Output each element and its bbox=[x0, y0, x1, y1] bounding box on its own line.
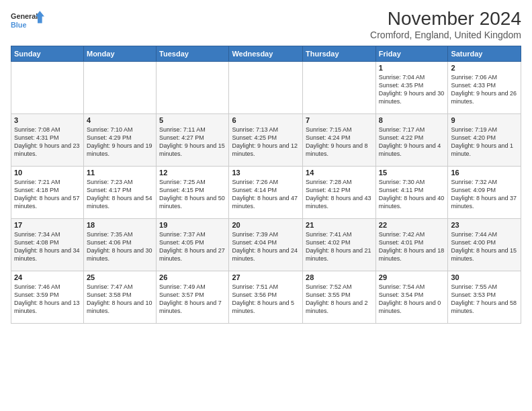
calendar-cell: 25Sunrise: 7:47 AM Sunset: 3:58 PM Dayli… bbox=[83, 271, 156, 324]
calendar-cell: 10Sunrise: 7:21 AM Sunset: 4:18 PM Dayli… bbox=[11, 167, 84, 219]
day-number: 1 bbox=[379, 64, 445, 72]
day-of-week-header: Thursday bbox=[303, 46, 376, 62]
day-info: Sunrise: 7:44 AM Sunset: 4:00 PM Dayligh… bbox=[451, 230, 518, 263]
day-info: Sunrise: 7:35 AM Sunset: 4:06 PM Dayligh… bbox=[87, 230, 153, 263]
day-info: Sunrise: 7:49 AM Sunset: 3:57 PM Dayligh… bbox=[159, 283, 226, 316]
calendar-cell: 17Sunrise: 7:34 AM Sunset: 4:08 PM Dayli… bbox=[11, 219, 84, 271]
calendar-cell: 1Sunrise: 7:04 AM Sunset: 4:35 PM Daylig… bbox=[375, 62, 448, 114]
calendar-cell: 14Sunrise: 7:28 AM Sunset: 4:12 PM Dayli… bbox=[303, 167, 376, 219]
day-number: 28 bbox=[306, 273, 373, 281]
day-number: 4 bbox=[87, 116, 153, 124]
day-info: Sunrise: 7:34 AM Sunset: 4:08 PM Dayligh… bbox=[14, 230, 81, 263]
calendar-cell bbox=[83, 62, 156, 114]
day-info: Sunrise: 7:13 AM Sunset: 4:25 PM Dayligh… bbox=[232, 126, 300, 158]
day-number: 22 bbox=[379, 221, 445, 229]
day-number: 10 bbox=[14, 169, 81, 177]
day-number: 5 bbox=[159, 116, 226, 124]
day-number: 17 bbox=[14, 221, 81, 229]
day-info: Sunrise: 7:51 AM Sunset: 3:56 PM Dayligh… bbox=[232, 283, 300, 316]
day-number: 26 bbox=[159, 273, 226, 281]
day-info: Sunrise: 7:47 AM Sunset: 3:58 PM Dayligh… bbox=[87, 283, 153, 316]
day-number: 25 bbox=[87, 273, 153, 281]
calendar-cell: 18Sunrise: 7:35 AM Sunset: 4:06 PM Dayli… bbox=[83, 219, 156, 271]
day-info: Sunrise: 7:19 AM Sunset: 4:20 PM Dayligh… bbox=[451, 126, 518, 158]
calendar-cell: 11Sunrise: 7:23 AM Sunset: 4:17 PM Dayli… bbox=[83, 167, 156, 219]
calendar-cell: 21Sunrise: 7:41 AM Sunset: 4:02 PM Dayli… bbox=[303, 219, 376, 271]
svg-text:General: General bbox=[11, 12, 38, 20]
day-info: Sunrise: 7:15 AM Sunset: 4:24 PM Dayligh… bbox=[306, 126, 373, 158]
calendar-cell: 4Sunrise: 7:10 AM Sunset: 4:29 PM Daylig… bbox=[83, 114, 156, 167]
calendar-cell: 12Sunrise: 7:25 AM Sunset: 4:15 PM Dayli… bbox=[157, 167, 229, 219]
day-of-week-header: Friday bbox=[375, 46, 448, 62]
calendar-cell: 20Sunrise: 7:39 AM Sunset: 4:04 PM Dayli… bbox=[229, 219, 303, 271]
day-number: 30 bbox=[451, 273, 518, 281]
page-title: November 2024 bbox=[370, 8, 521, 30]
calendar-cell: 24Sunrise: 7:46 AM Sunset: 3:59 PM Dayli… bbox=[11, 271, 84, 324]
svg-text:Blue: Blue bbox=[11, 21, 26, 29]
calendar-cell: 15Sunrise: 7:30 AM Sunset: 4:11 PM Dayli… bbox=[375, 167, 448, 219]
day-info: Sunrise: 7:42 AM Sunset: 4:01 PM Dayligh… bbox=[379, 230, 445, 263]
day-info: Sunrise: 7:46 AM Sunset: 3:59 PM Dayligh… bbox=[14, 283, 81, 316]
calendar-cell bbox=[157, 62, 229, 114]
calendar-cell: 7Sunrise: 7:15 AM Sunset: 4:24 PM Daylig… bbox=[303, 114, 376, 167]
day-info: Sunrise: 7:17 AM Sunset: 4:22 PM Dayligh… bbox=[379, 126, 445, 158]
day-info: Sunrise: 7:21 AM Sunset: 4:18 PM Dayligh… bbox=[14, 178, 81, 211]
calendar-table: SundayMondayTuesdayWednesdayThursdayFrid… bbox=[11, 46, 521, 324]
day-of-week-header: Monday bbox=[83, 46, 156, 62]
day-number: 15 bbox=[379, 169, 445, 177]
day-number: 9 bbox=[451, 116, 518, 124]
day-info: Sunrise: 7:06 AM Sunset: 4:33 PM Dayligh… bbox=[451, 73, 518, 106]
calendar-cell: 30Sunrise: 7:55 AM Sunset: 3:53 PM Dayli… bbox=[448, 271, 521, 324]
day-number: 19 bbox=[159, 221, 226, 229]
day-number: 11 bbox=[87, 169, 153, 177]
calendar-cell bbox=[303, 62, 376, 114]
day-info: Sunrise: 7:30 AM Sunset: 4:11 PM Dayligh… bbox=[379, 178, 445, 211]
day-of-week-header: Wednesday bbox=[229, 46, 303, 62]
page-subtitle: Cromford, England, United Kingdom bbox=[370, 30, 521, 40]
calendar-cell: 9Sunrise: 7:19 AM Sunset: 4:20 PM Daylig… bbox=[448, 114, 521, 167]
calendar-cell: 19Sunrise: 7:37 AM Sunset: 4:05 PM Dayli… bbox=[157, 219, 229, 271]
calendar-cell: 26Sunrise: 7:49 AM Sunset: 3:57 PM Dayli… bbox=[157, 271, 229, 324]
calendar-cell: 22Sunrise: 7:42 AM Sunset: 4:01 PM Dayli… bbox=[375, 219, 448, 271]
calendar-cell: 27Sunrise: 7:51 AM Sunset: 3:56 PM Dayli… bbox=[229, 271, 303, 324]
logo: General Blue bbox=[11, 8, 44, 35]
day-info: Sunrise: 7:25 AM Sunset: 4:15 PM Dayligh… bbox=[159, 178, 226, 211]
day-info: Sunrise: 7:39 AM Sunset: 4:04 PM Dayligh… bbox=[232, 230, 300, 263]
day-info: Sunrise: 7:55 AM Sunset: 3:53 PM Dayligh… bbox=[451, 283, 518, 316]
day-info: Sunrise: 7:54 AM Sunset: 3:54 PM Dayligh… bbox=[379, 283, 445, 316]
day-number: 16 bbox=[451, 169, 518, 177]
day-number: 2 bbox=[451, 64, 518, 72]
calendar-cell: 29Sunrise: 7:54 AM Sunset: 3:54 PM Dayli… bbox=[375, 271, 448, 324]
calendar-cell: 5Sunrise: 7:11 AM Sunset: 4:27 PM Daylig… bbox=[157, 114, 229, 167]
day-number: 3 bbox=[14, 116, 81, 124]
calendar-cell: 23Sunrise: 7:44 AM Sunset: 4:00 PM Dayli… bbox=[448, 219, 521, 271]
day-info: Sunrise: 7:41 AM Sunset: 4:02 PM Dayligh… bbox=[306, 230, 373, 263]
day-number: 29 bbox=[379, 273, 445, 281]
day-of-week-header: Sunday bbox=[11, 46, 84, 62]
day-number: 20 bbox=[232, 221, 300, 229]
calendar-cell: 8Sunrise: 7:17 AM Sunset: 4:22 PM Daylig… bbox=[375, 114, 448, 167]
day-info: Sunrise: 7:32 AM Sunset: 4:09 PM Dayligh… bbox=[451, 178, 518, 211]
calendar-cell bbox=[229, 62, 303, 114]
day-number: 13 bbox=[232, 169, 300, 177]
calendar-cell bbox=[11, 62, 84, 114]
calendar-cell: 16Sunrise: 7:32 AM Sunset: 4:09 PM Dayli… bbox=[448, 167, 521, 219]
calendar-cell: 28Sunrise: 7:52 AM Sunset: 3:55 PM Dayli… bbox=[303, 271, 376, 324]
calendar-cell: 13Sunrise: 7:26 AM Sunset: 4:14 PM Dayli… bbox=[229, 167, 303, 219]
day-of-week-header: Saturday bbox=[448, 46, 521, 62]
day-info: Sunrise: 7:23 AM Sunset: 4:17 PM Dayligh… bbox=[87, 178, 153, 211]
day-number: 27 bbox=[232, 273, 300, 281]
day-number: 12 bbox=[159, 169, 226, 177]
day-info: Sunrise: 7:08 AM Sunset: 4:31 PM Dayligh… bbox=[14, 126, 81, 158]
day-number: 24 bbox=[14, 273, 81, 281]
day-number: 21 bbox=[306, 221, 373, 229]
logo-icon: General Blue bbox=[11, 8, 44, 35]
calendar-cell: 3Sunrise: 7:08 AM Sunset: 4:31 PM Daylig… bbox=[11, 114, 84, 167]
calendar-cell: 2Sunrise: 7:06 AM Sunset: 4:33 PM Daylig… bbox=[448, 62, 521, 114]
calendar-cell: 6Sunrise: 7:13 AM Sunset: 4:25 PM Daylig… bbox=[229, 114, 303, 167]
day-number: 7 bbox=[306, 116, 373, 124]
day-number: 8 bbox=[379, 116, 445, 124]
day-info: Sunrise: 7:28 AM Sunset: 4:12 PM Dayligh… bbox=[306, 178, 373, 211]
day-info: Sunrise: 7:37 AM Sunset: 4:05 PM Dayligh… bbox=[159, 230, 226, 263]
day-number: 14 bbox=[306, 169, 373, 177]
